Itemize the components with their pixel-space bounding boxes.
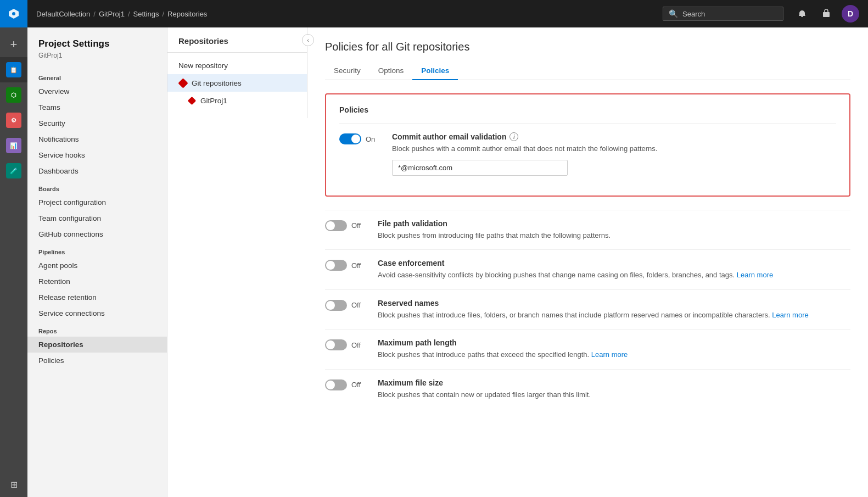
case-enforcement-toggle[interactable] xyxy=(325,260,347,271)
sidebar-item-github-connections[interactable]: GitHub connections xyxy=(27,226,167,242)
case-enforcement-learn-more[interactable]: Learn more xyxy=(737,271,773,279)
commit-author-description: Block pushes with a commit author email … xyxy=(392,143,836,154)
breadcrumb-settings[interactable]: Settings xyxy=(133,10,159,18)
commit-author-email-input[interactable] xyxy=(392,160,568,176)
case-enforcement-title: Case enforcement xyxy=(378,259,850,267)
policy-row-reserved-names: Off Reserved names Block pushes that int… xyxy=(325,289,850,330)
policy-row-max-path: Off Maximum path length Block pushes tha… xyxy=(325,329,850,369)
breadcrumb-default-collection[interactable]: DefaultCollection xyxy=(36,10,90,18)
header: DefaultCollection / GitProj1 / Settings … xyxy=(27,0,868,27)
sidebar-item-notifications[interactable]: Notifications xyxy=(27,131,167,147)
main-layout: Project Settings GitProj1 General Overvi… xyxy=(27,27,868,497)
pipelines-icon[interactable]: ⚙ xyxy=(0,108,27,133)
basket-icon[interactable] xyxy=(817,5,835,23)
sidebar-item-team-configuration[interactable]: Team configuration xyxy=(27,210,167,226)
repos-git-repositories[interactable]: Git repositories xyxy=(167,74,307,92)
reserved-names-toggle[interactable] xyxy=(325,300,347,311)
max-path-info: Maximum path length Block pushes that in… xyxy=(378,338,850,360)
testplans-icon[interactable]: 📊 xyxy=(0,133,27,158)
file-path-description: Block pushes from introducing file paths… xyxy=(378,230,850,241)
sidebar-section-boards: Boards xyxy=(27,179,167,194)
max-path-learn-more[interactable]: Learn more xyxy=(591,350,628,359)
breadcrumb-repositories[interactable]: Repositories xyxy=(167,10,207,18)
toggle-knob xyxy=(326,221,335,230)
sidebar-item-repositories[interactable]: Repositories xyxy=(27,337,167,353)
toggle-knob xyxy=(351,135,360,143)
sidebar-item-dashboards[interactable]: Dashboards xyxy=(27,163,167,179)
commit-author-info: Commit author email validation i Block p… xyxy=(392,132,836,176)
collapse-panel-button[interactable]: ‹ xyxy=(302,34,314,46)
sidebar-item-retention[interactable]: Retention xyxy=(27,273,167,289)
gitproj1-label: GitProj1 xyxy=(200,97,227,105)
icon-rail: + 📋 ⬡ ⚙ 📊 🧪 ⊞ xyxy=(0,0,27,497)
commit-author-toggle-group: On xyxy=(339,132,383,144)
reserved-names-title: Reserved names xyxy=(378,299,850,308)
reserved-names-info: Reserved names Block pushes that introdu… xyxy=(378,299,850,321)
file-path-toggle[interactable] xyxy=(325,220,347,231)
sidebar-subtitle: GitProj1 xyxy=(27,52,167,68)
repos-gitproj1[interactable]: GitProj1 xyxy=(167,92,307,109)
commit-author-toggle-label: On xyxy=(366,135,375,143)
reserved-names-toggle-label: Off xyxy=(351,301,361,309)
sidebar-item-teams[interactable]: Teams xyxy=(27,99,167,115)
case-enforcement-toggle-group: Off xyxy=(325,259,369,271)
policy-row-max-file-size: Off Maximum file size Block pushes that … xyxy=(325,369,850,409)
sidebar-item-project-configuration[interactable]: Project configuration xyxy=(27,194,167,210)
search-input[interactable] xyxy=(682,10,770,18)
sidebar-item-security[interactable]: Security xyxy=(27,115,167,131)
artifacts-icon[interactable]: 🧪 xyxy=(0,158,27,183)
avatar[interactable]: D xyxy=(842,5,859,23)
case-enforcement-description: Avoid case-sensitivity conflicts by bloc… xyxy=(378,270,850,281)
commit-author-info-icon[interactable]: i xyxy=(509,132,518,141)
policies-box-title: Policies xyxy=(339,105,836,114)
add-icon[interactable]: + xyxy=(0,32,27,57)
tab-options[interactable]: Options xyxy=(369,62,413,80)
sidebar-item-service-hooks[interactable]: Service hooks xyxy=(27,147,167,163)
reserved-names-learn-more[interactable]: Learn more xyxy=(772,311,808,319)
max-path-title: Maximum path length xyxy=(378,338,850,347)
max-path-toggle[interactable] xyxy=(325,339,347,350)
svg-point-0 xyxy=(12,12,15,15)
header-actions: D xyxy=(793,5,859,23)
gitproj1-icon xyxy=(187,96,196,105)
sidebar-item-agent-pools[interactable]: Agent pools xyxy=(27,258,167,273)
max-file-size-toggle[interactable] xyxy=(325,379,347,390)
tab-security[interactable]: Security xyxy=(325,62,369,80)
max-path-toggle-group: Off xyxy=(325,338,369,350)
repos-new-repository[interactable]: New repository xyxy=(167,57,307,74)
file-path-toggle-label: Off xyxy=(351,221,361,230)
sidebar-section-repos: Repos xyxy=(27,321,167,337)
max-path-toggle-label: Off xyxy=(351,341,361,349)
boards-icon[interactable]: 📋 xyxy=(0,57,27,82)
notifications-icon[interactable] xyxy=(793,5,811,23)
new-repo-label: New repository xyxy=(178,62,228,70)
repos-panel-divider xyxy=(167,52,307,53)
repos-panel-wrapper: Repositories New repository Git reposito… xyxy=(167,27,307,497)
app-logo[interactable] xyxy=(0,0,27,27)
svg-rect-1 xyxy=(823,12,830,17)
more-apps-icon[interactable]: ⊞ xyxy=(0,472,27,497)
toggle-knob xyxy=(326,381,335,389)
repos-panel-title: Repositories xyxy=(167,36,307,52)
search-icon: 🔍 xyxy=(669,9,678,18)
commit-author-toggle[interactable] xyxy=(339,133,361,144)
toggle-knob xyxy=(326,301,335,310)
sidebar-item-policies[interactable]: Policies xyxy=(27,353,167,368)
sidebar-item-service-connections[interactable]: Service connections xyxy=(27,305,167,321)
max-file-size-toggle-group: Off xyxy=(325,378,369,390)
repos-icon[interactable]: ⬡ xyxy=(0,82,27,108)
max-file-size-description: Block pushes that contain new or updated… xyxy=(378,389,850,400)
toggle-knob xyxy=(326,340,335,349)
sidebar-section-general: General xyxy=(27,68,167,83)
repos-panel: Repositories New repository Git reposito… xyxy=(167,27,307,118)
policy-row-case-enforcement: Off Case enforcement Avoid case-sensitiv… xyxy=(325,249,850,289)
breadcrumb-project[interactable]: GitProj1 xyxy=(99,10,125,18)
tab-policies[interactable]: Policies xyxy=(412,62,458,80)
git-repos-icon xyxy=(178,79,187,87)
case-enforcement-toggle-label: Off xyxy=(351,261,361,270)
search-box: 🔍 xyxy=(663,7,783,21)
sidebar-title: Project Settings xyxy=(27,38,167,52)
sidebar-item-release-retention[interactable]: Release retention xyxy=(27,289,167,305)
reserved-names-toggle-group: Off xyxy=(325,299,369,311)
sidebar-item-overview[interactable]: Overview xyxy=(27,83,167,99)
